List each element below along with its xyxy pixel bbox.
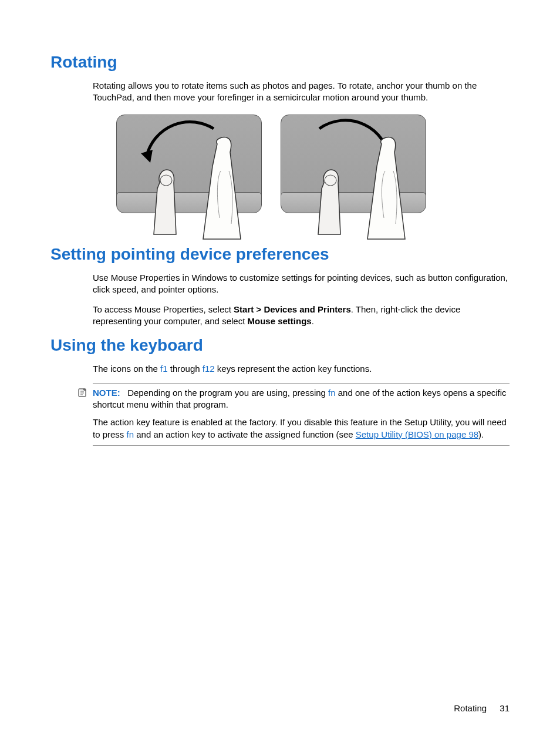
setup-utility-link[interactable]: Setup Utility (BIOS) on page 98 bbox=[356, 429, 478, 439]
text-segment: keys represent the action key functions. bbox=[215, 364, 372, 374]
forefinger-icon bbox=[364, 136, 406, 236]
heading-rotating: Rotating bbox=[50, 53, 510, 72]
rotating-paragraph: Rotating allows you to rotate items such… bbox=[93, 80, 510, 104]
text-segment: through bbox=[168, 364, 203, 374]
footer-section-name: Rotating bbox=[454, 703, 487, 713]
pointing-paragraph-2: To access Mouse Properties, select Start… bbox=[93, 304, 510, 328]
rotating-diagram-left bbox=[114, 112, 264, 230]
page-footer: Rotating 31 bbox=[454, 703, 510, 713]
page-number: 31 bbox=[500, 703, 510, 713]
keyboard-body: The icons on the f1 through f12 keys rep… bbox=[93, 363, 510, 446]
keyboard-intro: The icons on the f1 through f12 keys rep… bbox=[93, 363, 510, 375]
heading-using-keyboard: Using the keyboard bbox=[50, 336, 510, 355]
key-fn: fn bbox=[328, 388, 336, 398]
thumb-icon bbox=[313, 165, 346, 236]
note-box: NOTE: Depending on the program you are u… bbox=[93, 383, 510, 446]
note-followup-paragraph: The action key feature is enabled at the… bbox=[93, 416, 510, 441]
text-segment: Depending on the program you are using, … bbox=[127, 388, 328, 398]
key-f12: f12 bbox=[203, 364, 215, 374]
heading-pointing-preferences: Setting pointing device preferences bbox=[50, 245, 510, 264]
key-f1: f1 bbox=[160, 364, 168, 374]
text-segment: and an action key to activate the assign… bbox=[134, 429, 356, 439]
text-segment: . bbox=[312, 316, 314, 326]
rotating-diagram-row bbox=[114, 112, 510, 230]
note-icon bbox=[77, 387, 88, 398]
svg-marker-0 bbox=[141, 150, 153, 163]
note-paragraph: NOTE: Depending on the program you are u… bbox=[93, 387, 510, 411]
text-segment: The icons on the bbox=[93, 364, 160, 374]
pointing-body: Use Mouse Properties in Windows to custo… bbox=[93, 272, 510, 328]
text-segment: To access Mouse Properties, select bbox=[93, 304, 234, 314]
document-page: Rotating Rotating allows you to rotate i… bbox=[0, 0, 560, 746]
key-fn: fn bbox=[127, 429, 134, 439]
note-label: NOTE: bbox=[93, 388, 120, 398]
menu-path: Start > Devices and Printers bbox=[234, 304, 351, 314]
forefinger-icon bbox=[200, 136, 242, 236]
text-segment: ). bbox=[478, 429, 484, 439]
rotating-body: Rotating allows you to rotate items such… bbox=[93, 80, 510, 104]
menu-item: Mouse settings bbox=[247, 316, 311, 326]
thumb-icon bbox=[149, 165, 182, 236]
pointing-paragraph-1: Use Mouse Properties in Windows to custo… bbox=[93, 272, 510, 296]
rotating-diagram-right bbox=[278, 112, 429, 230]
